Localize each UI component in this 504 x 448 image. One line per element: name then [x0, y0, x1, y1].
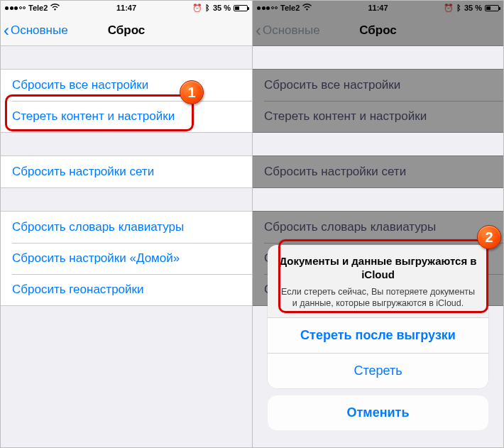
clock: 11:47: [253, 4, 503, 12]
phone-right: Tele2 11:47 ⏰ ᛒ 35 % ‹ Основные Сброс: [252, 1, 503, 447]
reset-home-layout[interactable]: Сбросить настройки «Домой»: [1, 243, 252, 274]
sheet-title: Документы и данные выгружаются в iCloud: [279, 255, 477, 282]
cancel-button[interactable]: Отменить: [268, 395, 488, 430]
sheet-message: Документы и данные выгружаются в iCloud …: [268, 245, 488, 317]
reset-list: Сбросить все настройки Стереть контент и…: [1, 69, 252, 306]
reset-all-settings[interactable]: Сбросить все настройки: [1, 70, 252, 101]
action-sheet-backdrop: Документы и данные выгружаются в iCloud …: [253, 46, 503, 447]
erase-after-upload-button[interactable]: Стереть после выгрузки: [268, 317, 488, 353]
reset-group-1: Сбросить все настройки Стереть контент и…: [1, 69, 252, 133]
clock: 11:47: [1, 4, 252, 12]
phone-left: Tele2 11:47 ⏰ ᛒ 35 % ‹ Основные Сброс: [1, 1, 252, 447]
nav-bar: ‹ Основные Сброс: [253, 15, 503, 46]
reset-group-2: Сбросить настройки сети: [1, 155, 252, 188]
erase-content-settings[interactable]: Стереть контент и настройки: [1, 101, 252, 132]
callout-badge-2: 2: [477, 225, 501, 249]
action-sheet-card: Документы и данные выгружаются в iCloud …: [268, 245, 488, 388]
page-title: Сброс: [253, 23, 503, 38]
page-title: Сброс: [1, 23, 252, 38]
nav-bar: ‹ Основные Сброс: [1, 15, 252, 46]
status-bar: Tele2 11:47 ⏰ ᛒ 35 %: [1, 1, 252, 15]
reset-network[interactable]: Сбросить настройки сети: [1, 156, 252, 187]
sheet-body: Если стереть сейчас, Вы потеряете докуме…: [279, 286, 477, 310]
callout-badge-1: 1: [180, 80, 204, 104]
reset-group-3: Сбросить словарь клавиатуры Сбросить нас…: [1, 211, 252, 306]
battery-icon: [234, 5, 248, 11]
status-bar: Tele2 11:47 ⏰ ᛒ 35 %: [253, 1, 503, 15]
erase-now-button[interactable]: Стереть: [268, 353, 488, 388]
tutorial-two-up: Tele2 11:47 ⏰ ᛒ 35 % ‹ Основные Сброс: [0, 0, 504, 448]
battery-icon: [485, 5, 499, 11]
reset-location[interactable]: Сбросить геонастройки: [1, 274, 252, 305]
reset-keyboard-dict[interactable]: Сбросить словарь клавиатуры: [1, 212, 252, 243]
action-sheet: Документы и данные выгружаются в iCloud …: [268, 245, 488, 430]
